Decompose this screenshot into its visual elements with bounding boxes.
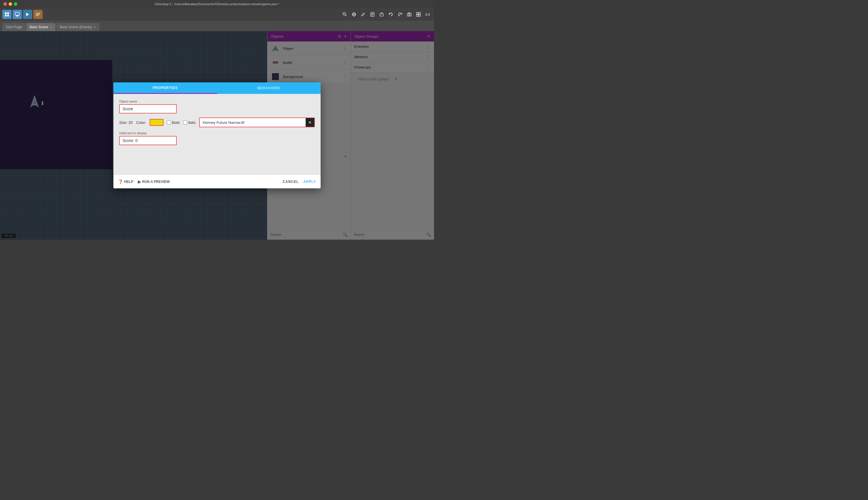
svg-rect-1 — [7, 12, 9, 14]
initial-text-group: Initial text to display — [119, 131, 315, 145]
size-label: Size: 20 — [119, 121, 133, 125]
svg-rect-4 — [15, 12, 19, 15]
color-swatch[interactable] — [150, 119, 163, 126]
maximize-button[interactable] — [14, 2, 17, 6]
toolbar-doc-icon[interactable] — [368, 10, 376, 19]
toolbar-scene-btn[interactable] — [13, 10, 22, 19]
tab-base-scene-events-close[interactable]: ✕ — [94, 26, 96, 29]
tab-base-scene-events-label: Base Scene (Events) — [60, 25, 92, 29]
footer-right: CANCEL APPLY — [283, 180, 316, 184]
bottom-bar — [0, 240, 434, 250]
toolbar-edit-icon[interactable] — [359, 10, 367, 19]
svg-rect-3 — [7, 15, 9, 16]
color-label: Color: — [136, 121, 146, 125]
toolbar-grid-icon[interactable] — [414, 10, 422, 19]
svg-point-22 — [408, 14, 410, 15]
dialog-tab-properties[interactable]: PROPERTIES — [114, 82, 217, 94]
toolbar-events-btn[interactable] — [33, 10, 43, 19]
italic-label: Italic — [188, 121, 196, 125]
dialog-tab-behaviors[interactable]: BEHAVIORS — [217, 82, 320, 94]
tab-base-scene-label: Base Scene — [30, 25, 48, 29]
dialog-overlay: PROPERTIES BEHAVIORS Object name S — [0, 31, 434, 240]
help-label: HELP — [124, 180, 133, 184]
tab-base-scene-events[interactable]: Base Scene (Events) ✕ — [56, 23, 99, 31]
toolbar-search-icon[interactable] — [341, 10, 349, 19]
help-icon: ❓ — [118, 180, 123, 184]
app-window: GDevelop 5 - /Users/dkarakay/Documents/G… — [0, 0, 434, 250]
preview-label: RUN A PREVIEW — [142, 180, 170, 184]
svg-rect-26 — [419, 15, 421, 16]
initial-text-label: Initial text to display — [119, 131, 315, 135]
object-name-field[interactable] — [119, 104, 177, 113]
object-name-label: Object name — [119, 100, 315, 103]
tab-start-page[interactable]: Start Page — [2, 23, 26, 31]
preview-button[interactable]: ▶ RUN A PREVIEW — [138, 180, 170, 184]
main-area: ⬇ 766;501 Objects ⚙ ✕ Playe — [0, 31, 434, 240]
italic-group: Italic — [183, 121, 196, 125]
toolbar: 1:1 — [0, 8, 434, 21]
preview-icon: ▶ — [138, 180, 141, 184]
toolbar-package-icon[interactable] — [378, 10, 386, 19]
dialog-tabs: PROPERTIES BEHAVIORS — [114, 82, 320, 94]
bold-group: Bold — [167, 121, 179, 125]
svg-point-10 — [343, 13, 345, 15]
window-title: GDevelop 5 - /Users/dkarakay/Documents/G… — [154, 2, 279, 6]
tab-base-scene-close[interactable]: ✕ — [50, 26, 52, 29]
cancel-button[interactable]: CANCEL — [283, 180, 299, 184]
toolbar-undo-icon[interactable] — [387, 10, 395, 19]
bold-label: Bold — [172, 121, 179, 125]
close-button[interactable] — [3, 2, 7, 6]
svg-rect-0 — [5, 12, 7, 14]
object-name-group: Object name — [119, 100, 315, 113]
minimize-button[interactable] — [9, 2, 12, 6]
svg-line-11 — [345, 15, 347, 16]
svg-line-15 — [364, 13, 364, 13]
toolbar-globe-icon[interactable] — [350, 10, 358, 19]
toolbar-number-icon[interactable]: 1:1 — [424, 10, 432, 19]
dialog-footer: ❓ HELP ▶ RUN A PREVIEW CANCEL APPLY — [114, 174, 320, 189]
dialog-body: Object name Size: 20 Color: Bold — [114, 94, 320, 174]
toolbar-home-btn[interactable] — [2, 10, 12, 19]
properties-inline-row: Size: 20 Color: Bold Italic — [119, 117, 315, 127]
font-input-wrap: ✕ — [199, 117, 315, 127]
initial-text-field[interactable] — [119, 136, 177, 145]
apply-button[interactable]: APPLY — [303, 180, 316, 184]
toolbar-camera-icon[interactable] — [405, 10, 413, 19]
traffic-lights — [3, 2, 17, 6]
svg-marker-6 — [26, 13, 29, 16]
tab-start-page-label: Start Page — [6, 25, 22, 29]
font-clear-btn[interactable]: ✕ — [306, 118, 314, 127]
tab-base-scene[interactable]: Base Scene ✕ — [26, 23, 56, 31]
tabs-bar: Start Page Base Scene ✕ Base Scene (Even… — [0, 21, 434, 31]
toolbar-redo-icon[interactable] — [396, 10, 404, 19]
svg-rect-25 — [417, 15, 418, 16]
properties-dialog: PROPERTIES BEHAVIORS Object name S — [114, 82, 320, 189]
svg-rect-24 — [419, 12, 421, 14]
svg-rect-23 — [417, 12, 418, 14]
toolbar-right: 1:1 — [341, 10, 432, 19]
font-input[interactable] — [200, 119, 306, 126]
titlebar: GDevelop 5 - /Users/dkarakay/Documents/G… — [0, 0, 434, 8]
toolbar-play-btn[interactable] — [23, 10, 32, 19]
footer-left: ❓ HELP ▶ RUN A PREVIEW — [118, 180, 170, 184]
svg-rect-5 — [16, 15, 19, 16]
italic-checkbox[interactable] — [183, 121, 187, 124]
svg-rect-20 — [380, 14, 383, 16]
svg-rect-2 — [5, 15, 7, 16]
bold-checkbox[interactable] — [167, 121, 171, 124]
help-button[interactable]: ❓ HELP — [118, 180, 133, 184]
